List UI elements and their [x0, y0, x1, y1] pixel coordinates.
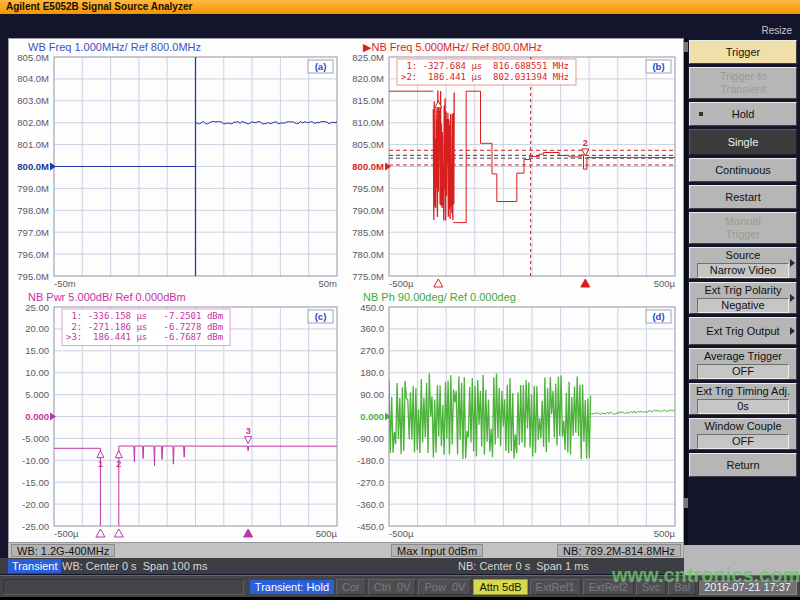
quadrant-a: WB Freq 1.000MHz/ Ref 800.0MHz 805.0M804… [10, 41, 344, 291]
radio-dot-icon [699, 112, 703, 116]
submenu-arrow-icon [790, 294, 795, 302]
plot-nb-freq[interactable]: 825.0M820.0M815.0M810.0M805.0M800.0M795.… [345, 54, 682, 291]
sidebar-button-ext-trig-output[interactable]: Ext Trig Output [689, 317, 797, 345]
sidebar-button-trigger-to-transient: Trigger toTransient [689, 67, 797, 99]
svg-text:10.00: 10.00 [25, 367, 49, 378]
bottom-right-filler [684, 545, 800, 575]
span-bar: Transient WB: Center 0 s Span 100 ms NB:… [0, 558, 684, 574]
svg-text:270.0: 270.0 [360, 345, 384, 356]
softkey-label: Window Couple [704, 420, 781, 433]
svg-text:-20.00: -20.00 [22, 499, 49, 510]
softkey-label: Transient [720, 83, 765, 96]
svg-text:805.0M: 805.0M [352, 139, 384, 150]
status-segment-transient-hold: Transient: Hold [250, 580, 334, 594]
svg-text:775.0M: 775.0M [352, 271, 384, 282]
svg-text:-180.0: -180.0 [357, 455, 384, 466]
sidebar-button-hold[interactable]: Hold [689, 102, 797, 126]
svg-text:-500µ: -500µ [389, 278, 414, 289]
softkey-label: Restart [725, 191, 760, 204]
svg-text:2: 2 [583, 138, 588, 148]
plot-panel: WB Freq 1.000MHz/ Ref 800.0MHz 805.0M804… [8, 38, 684, 558]
sidebar-button-continuous[interactable]: Continuous [689, 158, 797, 182]
svg-text:500µ: 500µ [654, 528, 676, 539]
softkey-value: OFF [697, 364, 789, 379]
svg-text:180.0: 180.0 [360, 367, 384, 378]
status-segment-pow-0v: Pow 0V [418, 579, 471, 595]
softkey-label: Ext Trig Polarity [704, 284, 781, 297]
svg-text:801.0M: 801.0M [17, 139, 49, 150]
wb-range-label: WB: 1.2G-400MHz [11, 544, 115, 557]
svg-text:-360.0: -360.0 [357, 499, 384, 510]
sidebar-button-trigger[interactable]: Trigger [689, 40, 797, 64]
svg-text:800.0M: 800.0M [352, 161, 384, 172]
status-segment-ctrl-0v: Ctrl 0V [368, 579, 417, 595]
status-spacer [3, 579, 244, 595]
svg-text:-25.00: -25.00 [22, 521, 49, 532]
svg-text:1: 1 [98, 459, 103, 469]
trace-title-nb-ph: NB Ph 90.00deg/ Ref 0.000deg [345, 291, 682, 304]
plot-nb-pwr[interactable]: 25.0020.0015.0010.005.0000.000-5.000-10.… [10, 304, 344, 541]
softkey-value: 0s [697, 399, 789, 414]
resize-button[interactable]: Resize [761, 25, 792, 36]
svg-text:796.0M: 796.0M [17, 249, 49, 260]
status-segment-svc: Svc [636, 579, 666, 595]
plot-nb-ph[interactable]: 450.0360.0270.0180.090.000.000-90.00-180… [345, 304, 682, 541]
svg-text:799.0M: 799.0M [17, 183, 49, 194]
softkey-label: Return [726, 459, 759, 472]
svg-text:804.0M: 804.0M [17, 73, 49, 84]
svg-text:820.0M: 820.0M [352, 73, 384, 84]
sidebar-button-source[interactable]: SourceNarrow Video [689, 247, 797, 279]
svg-text:795.0M: 795.0M [17, 271, 49, 282]
status-segment-extref2: ExtRef2 [583, 579, 634, 595]
softkey-label: Average Trigger [704, 350, 782, 363]
softkey-label: Ext Trig Output [706, 325, 779, 338]
softkey-label: Trigger to [720, 70, 767, 83]
status-segment-cor: Cor [336, 579, 366, 595]
sidebar-button-restart[interactable]: Restart [689, 185, 797, 209]
sidebar-button-average-trigger[interactable]: Average TriggerOFF [689, 348, 797, 380]
quadrant-c: NB Pwr 5.000dB/ Ref 0.000dBm 25.0020.001… [10, 291, 344, 541]
sidebar-button-ext-trig-timing-adj-[interactable]: Ext Trig Timing Adj.0s [689, 383, 797, 415]
svg-text:810.0M: 810.0M [352, 117, 384, 128]
status-bar: Transient: HoldCorCtrl 0VPow 0VAttn 5dBE… [0, 575, 800, 597]
svg-text:(c): (c) [315, 311, 327, 322]
sidebar-button-window-couple[interactable]: Window CoupleOFF [689, 418, 797, 450]
svg-text:-90.00: -90.00 [357, 433, 384, 444]
quadrant-b: ▶NB Freq 5.000MHz/ Ref 800.0MHz 825.0M82… [345, 41, 682, 291]
range-bar: WB: 1.2G-400MHz Max Input 0dBm NB: 789.2… [9, 542, 683, 558]
svg-text:2: -271.186 µs -6.7278 dBm: 2: -271.186 µs -6.7278 dBm [66, 322, 223, 332]
svg-text:-10.00: -10.00 [22, 455, 49, 466]
svg-text:90.00: 90.00 [360, 389, 384, 400]
svg-text:50m: 50m [319, 278, 338, 289]
svg-text:5.000: 5.000 [25, 389, 49, 400]
svg-text:825.0M: 825.0M [352, 54, 384, 63]
svg-text:803.0M: 803.0M [17, 95, 49, 106]
svg-text:785.0M: 785.0M [352, 227, 384, 238]
svg-text:815.0M: 815.0M [352, 95, 384, 106]
plot-wb-freq[interactable]: 805.0M804.0M803.0M802.0M801.0M800.0M799.… [10, 54, 344, 291]
softkey-value: Narrow Video [697, 263, 789, 278]
svg-text:800.0M: 800.0M [17, 161, 49, 172]
svg-text:780.0M: 780.0M [352, 249, 384, 260]
svg-text:-50m: -50m [54, 278, 76, 289]
svg-text:1: 1 [436, 109, 441, 119]
status-segment-2016-07-21-17-37: 2016-07-21 17:37 [698, 579, 797, 595]
sidebar-button-single[interactable]: Single [689, 129, 797, 155]
svg-text:3: 3 [246, 426, 251, 436]
svg-text:0.000: 0.000 [25, 411, 49, 422]
window-title-bar: Agilent E5052B Signal Source Analyzer [0, 0, 800, 14]
svg-text:798.0M: 798.0M [17, 205, 49, 216]
status-segment-bal: Bal [668, 579, 696, 595]
softkey-label: Continuous [715, 164, 771, 177]
sidebar-button-return[interactable]: Return [689, 453, 797, 477]
transient-chip: Transient [8, 559, 61, 573]
sidebar-button-ext-trig-polarity[interactable]: Ext Trig PolarityNegative [689, 282, 797, 314]
softkey-label: Trigger [726, 228, 760, 241]
quadrant-d: NB Ph 90.00deg/ Ref 0.000deg 450.0360.02… [345, 291, 682, 541]
svg-text:797.0M: 797.0M [17, 227, 49, 238]
svg-text:2: 2 [116, 459, 121, 469]
svg-text:-500µ: -500µ [54, 528, 79, 539]
softkey-label: Source [726, 249, 761, 262]
wb-span-label: WB: Center 0 s Span 100 ms [62, 559, 208, 573]
softkey-label: Single [728, 136, 759, 149]
